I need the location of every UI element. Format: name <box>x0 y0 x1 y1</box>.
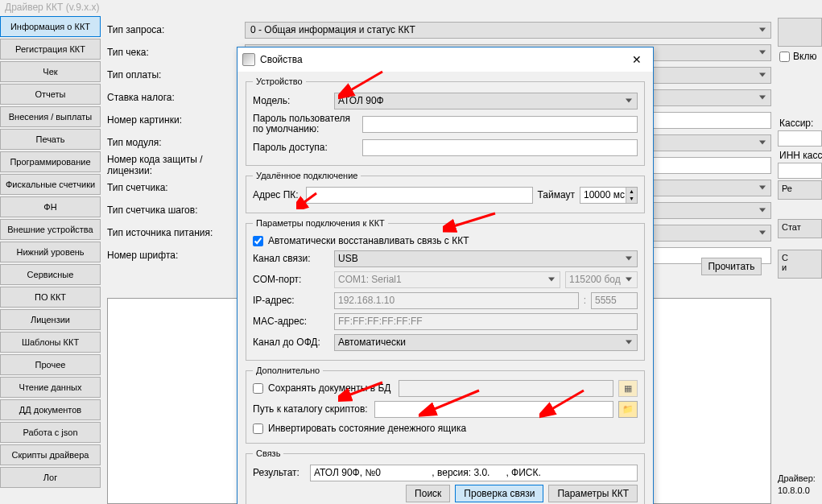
combo-com-port: COM1: Serial1 <box>334 271 560 288</box>
label-access-pwd: Пароль доступа: <box>253 142 357 153</box>
label-ip-addr: IP-адрес: <box>253 295 329 306</box>
legend-extra: Дополнительно <box>253 366 323 375</box>
input-ip-addr <box>334 292 579 309</box>
label-pc-addr: Адрес ПК: <box>253 189 301 200</box>
legend-link: Связь <box>253 448 283 458</box>
checkbox-invert-drawer[interactable] <box>253 423 263 434</box>
input-access-pwd[interactable] <box>362 139 638 156</box>
label-auto-restore: Автоматически восстанавливать связь с КК… <box>268 235 469 246</box>
timeout-spinner[interactable]: ▲▼ <box>626 188 637 203</box>
properties-dialog: Свойства ✕ Устройство Модель: АТОЛ 90Ф П… <box>237 47 654 504</box>
modal-overlay: Свойства ✕ Устройство Модель: АТОЛ 90Ф П… <box>0 0 822 504</box>
input-result <box>310 465 638 481</box>
label-invert-drawer: Инвертировать состояние денежного ящика <box>268 423 466 434</box>
input-db-path <box>399 380 613 397</box>
input-user-pwd[interactable] <box>362 116 638 133</box>
label-result: Результат: <box>253 467 305 478</box>
kkt-params-button[interactable]: Параметры ККТ <box>548 485 638 502</box>
group-device: Устройство Модель: АТОЛ 90Ф Пароль польз… <box>246 76 645 166</box>
combo-baud: 115200 бод <box>565 271 638 288</box>
group-link: Связь Результат: Поиск Проверка связи Па… <box>246 448 645 504</box>
legend-remote: Удалённое подключение <box>253 171 361 180</box>
label-model: Модель: <box>253 95 329 106</box>
label-channel: Канал связи: <box>253 253 329 264</box>
search-button[interactable]: Поиск <box>406 485 450 502</box>
combo-model[interactable]: АТОЛ 90Ф <box>334 93 638 109</box>
group-connection: Параметры подключения к ККТ Автоматическ… <box>246 218 645 361</box>
combo-channel[interactable]: USB <box>334 250 638 267</box>
dialog-icon <box>242 53 255 66</box>
combo-ofd-channel[interactable]: Автоматически <box>334 334 638 351</box>
group-remote: Удалённое подключение Адрес ПК: Таймаут … <box>246 171 645 213</box>
input-script-path[interactable] <box>374 401 613 418</box>
group-extra: Дополнительно Сохранять документы в БД ▦… <box>246 366 645 444</box>
dialog-title: Свойства <box>260 54 303 65</box>
legend-conn: Параметры подключения к ККТ <box>253 218 388 228</box>
checkbox-save-docs[interactable] <box>253 383 263 394</box>
label-script-path: Путь к каталогу скриптов: <box>253 403 370 415</box>
input-pc-addr[interactable] <box>306 187 533 204</box>
label-mac-addr: MAC-адрес: <box>253 316 329 327</box>
browse-db-icon: ▦ <box>618 380 638 397</box>
close-icon[interactable]: ✕ <box>626 52 648 68</box>
label-com-port: COM-порт: <box>253 274 329 285</box>
legend-device: Устройство <box>253 76 306 86</box>
label-timeout: Таймаут <box>538 189 575 200</box>
check-link-button[interactable]: Проверка связи <box>455 485 543 502</box>
input-ip-port <box>591 292 638 309</box>
browse-folder-icon[interactable]: 📁 <box>618 401 638 418</box>
checkbox-auto-restore[interactable] <box>253 236 263 246</box>
input-mac-addr <box>334 313 638 330</box>
label-save-docs: Сохранять документы в БД <box>268 382 390 394</box>
label-user-pwd: Пароль пользователя по умолчанию: <box>253 114 357 134</box>
label-ofd-channel: Канал до ОФД: <box>253 337 329 348</box>
